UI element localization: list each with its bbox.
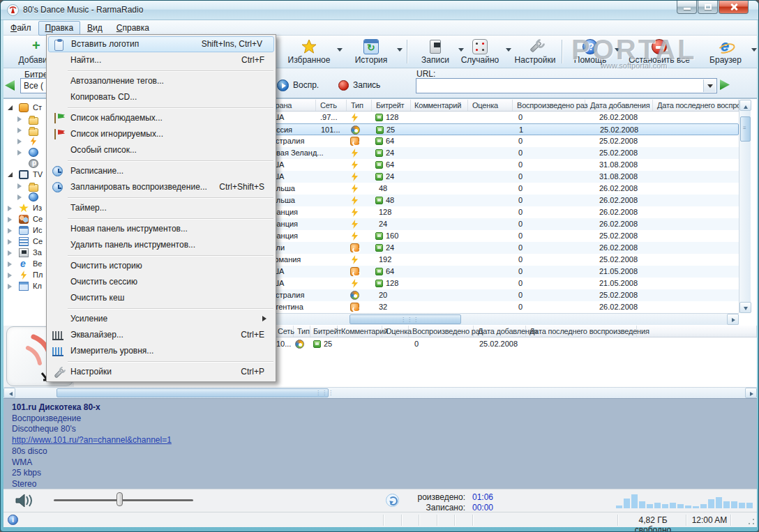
menu-item[interactable]: Новая панель инструментов... [47, 221, 276, 237]
url-combobox[interactable] [416, 78, 717, 93]
menu-item[interactable]: Очистить историю [47, 258, 276, 274]
toolbar-button-wrench[interactable]: Настройки [513, 38, 557, 66]
menu-item[interactable]: Вставить логотипShift+Ins, Ctrl+V [48, 36, 274, 52]
vertical-scrollbar[interactable]: ≡ [739, 100, 751, 313]
scroll-down-button[interactable] [739, 302, 751, 313]
url-dropdown-button[interactable] [703, 79, 716, 92]
vertical-scroll-thumb[interactable]: ≡ [740, 116, 751, 142]
column-header[interactable]: Комментарий [411, 100, 468, 112]
scroll-right-button[interactable] [727, 314, 739, 325]
column-header[interactable]: Сеть [316, 100, 347, 112]
menu-item[interactable]: Усиление [47, 311, 276, 327]
toolbar-button-browser[interactable]: Браузер [701, 38, 750, 66]
column-header[interactable]: Битрейт [372, 100, 411, 112]
minimize-button[interactable] [677, 1, 697, 14]
minimize-icon [684, 8, 691, 10]
column-header[interactable]: Тип [294, 326, 310, 337]
menu-item[interactable]: Таймер... [47, 200, 276, 216]
menu-item[interactable]: Автозаполнение тегов... [47, 73, 276, 89]
chevron-down-icon[interactable] [615, 48, 620, 54]
column-header[interactable]: Дата добавления [474, 326, 526, 337]
close-button[interactable] [719, 1, 749, 14]
expand-icon[interactable] [8, 284, 15, 289]
column-header[interactable]: Дата последнего воспроизведения [526, 326, 637, 337]
menu-item[interactable]: Копировать CD... [47, 89, 276, 105]
chevron-down-icon[interactable] [506, 48, 511, 54]
expand-icon[interactable] [8, 217, 15, 222]
column-header[interactable]: Воспроизведено раз [409, 326, 474, 337]
maximize-button[interactable] [698, 1, 718, 14]
expand-icon[interactable] [8, 250, 15, 256]
column-header[interactable]: Сеть [274, 326, 294, 337]
session-scroll-left-button[interactable] [3, 388, 15, 398]
toolbar-button-star[interactable]: Избранное [280, 38, 338, 66]
chevron-down-icon[interactable] [751, 48, 757, 54]
menubar-item-справка[interactable]: Справка [110, 21, 156, 36]
column-header[interactable]: Тип [347, 100, 372, 112]
menu-item[interactable]: Список игнорируемых... [47, 126, 276, 142]
menu-item[interactable]: Очистить кеш [47, 290, 276, 306]
collapse-icon[interactable] [8, 105, 13, 110]
menu-item[interactable]: Список наблюдаемых... [47, 110, 276, 126]
url-label: URL: [416, 69, 435, 79]
info-icon [8, 515, 18, 525]
expand-icon[interactable] [17, 139, 24, 144]
menubar-item-правка[interactable]: Правка [38, 21, 81, 36]
volume-slider-track[interactable] [54, 499, 193, 501]
toolbar-button-help[interactable]: Помощь [567, 38, 613, 66]
toolbar-button-records[interactable]: Записи [414, 38, 457, 66]
menu-item-label: Новая панель инструментов... [70, 224, 188, 234]
chevron-down-icon[interactable] [337, 48, 343, 54]
expand-icon[interactable] [17, 183, 24, 189]
volume-slider-thumb[interactable] [117, 492, 123, 506]
menubar-item-вид[interactable]: Вид [80, 21, 110, 36]
column-header[interactable]: Воспроизведено раз [513, 100, 585, 112]
column-header[interactable]: Оценка [382, 326, 409, 337]
horizontal-scroll-thumb[interactable]: ⋮⋮⋮ [350, 314, 461, 324]
chevron-down-icon[interactable] [397, 48, 403, 54]
titlebar[interactable]: 80's Dance Music - RarmaRadio [1, 1, 758, 20]
menu-item[interactable]: Измеритель уровня... [47, 343, 276, 359]
scroll-up-button[interactable] [739, 100, 751, 111]
column-header[interactable]: Дата последнего воспроизведения [653, 100, 739, 112]
resize-grip[interactable] [748, 518, 755, 525]
expand-icon[interactable] [17, 128, 24, 133]
menu-item[interactable]: Найти...Ctrl+F [47, 52, 276, 68]
column-header[interactable]: Комментарий [338, 326, 382, 337]
spectrum-bar [670, 503, 676, 508]
expand-icon[interactable] [8, 273, 15, 278]
menu-item[interactable]: Запланировать воспроизведение...Ctrl+Shi… [47, 179, 276, 195]
column-header-label: Комментарий [414, 101, 461, 109]
menu-item[interactable]: Расписание... [47, 163, 276, 179]
expand-icon[interactable] [17, 195, 24, 200]
collapse-icon[interactable] [8, 172, 13, 177]
toolbar-button-dice[interactable]: Случайно [456, 38, 504, 66]
expand-icon[interactable] [8, 261, 15, 267]
expand-icon[interactable] [17, 150, 24, 155]
go-url-arrow-icon[interactable] [720, 79, 730, 90]
menu-item[interactable]: НастройкиCtrl+P [47, 364, 276, 380]
toolbar-button-stop[interactable]: Остановить все [623, 38, 696, 66]
play-button[interactable]: Воспр. [277, 77, 319, 93]
expand-icon[interactable] [8, 239, 15, 245]
column-header[interactable]: Дата добавления [585, 100, 653, 112]
toolbar-button-history[interactable]: История [347, 38, 396, 66]
expand-icon[interactable] [8, 228, 15, 234]
session-horizontal-scrollbar[interactable]: ⋮⋮⋮ [3, 387, 757, 398]
menu-item[interactable]: Очистить сессию [47, 274, 276, 290]
expand-icon[interactable] [17, 116, 24, 122]
column-header[interactable] [637, 326, 757, 337]
prev-station-arrow-icon[interactable] [5, 80, 15, 91]
menu-item[interactable]: Удалить панель инструментов... [47, 237, 276, 253]
record-button[interactable]: Запись [338, 77, 380, 93]
menubar-item-файл[interactable]: Файл [3, 21, 38, 36]
station-url-link[interactable]: http://www.101.ru/?an=channel&channel=1 [12, 435, 172, 445]
expand-icon[interactable] [8, 206, 15, 211]
column-header[interactable]: Битрейт [310, 326, 338, 337]
menu-item[interactable]: Эквалайзер...Ctrl+E [47, 327, 276, 343]
session-scroll-right-button[interactable] [745, 388, 757, 398]
clock-icon [52, 166, 63, 176]
menu-item[interactable]: Особый список... [47, 142, 276, 158]
column-header[interactable]: Оценка [468, 100, 513, 112]
session-scroll-thumb[interactable]: ⋮⋮⋮ [57, 388, 329, 397]
